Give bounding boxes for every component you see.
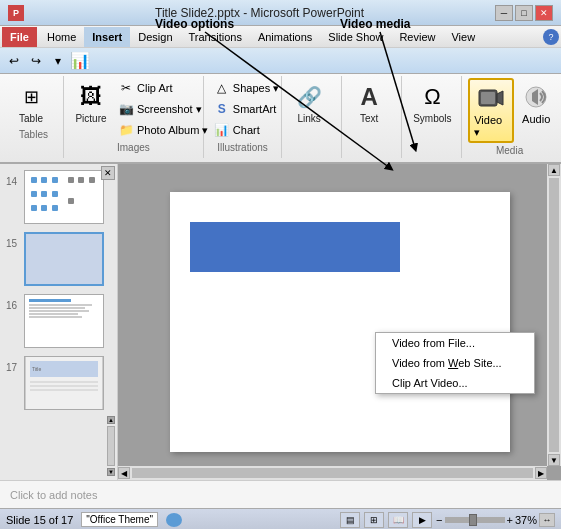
- minimize-btn[interactable]: ─: [495, 5, 513, 21]
- slidesorter-view-btn[interactable]: ⊞: [364, 512, 384, 528]
- horizontal-scrollbar[interactable]: ◀ ▶: [118, 466, 547, 480]
- svg-rect-6: [481, 92, 495, 104]
- tables-group-label: Tables: [10, 129, 57, 140]
- panel-scrollbar[interactable]: ▲ ▼: [107, 416, 115, 476]
- text-icon: A: [353, 81, 385, 113]
- table-label: Table: [19, 113, 43, 124]
- clipart-label: Clip Art: [137, 82, 172, 94]
- file-menu-btn[interactable]: File: [2, 27, 37, 47]
- screenshot-icon: 📷: [118, 101, 134, 117]
- presentation-icon: 📊: [70, 51, 90, 70]
- window-controls: ─ □ ✕: [495, 5, 553, 21]
- ribbon-group-tables: ⊞ Table Tables: [4, 76, 64, 158]
- slide-num-17: 17: [6, 362, 20, 373]
- links-icon: 🔗: [293, 81, 325, 113]
- picture-btn[interactable]: 🖼 Picture: [70, 78, 112, 127]
- theme-icon: [166, 513, 182, 527]
- title-bar: P Title Slide2.pptx - Microsoft PowerPoi…: [0, 0, 561, 26]
- shapes-btn[interactable]: △ Shapes ▾: [210, 78, 283, 98]
- slide-panel: ✕ 14 15: [0, 164, 118, 480]
- clip-art-video-label: Clip Art Video...: [392, 377, 468, 389]
- images-group-label: Images: [70, 142, 197, 153]
- close-btn[interactable]: ✕: [535, 5, 553, 21]
- slide-num-16: 16: [6, 300, 20, 311]
- slide-blue-bar: [190, 222, 400, 272]
- text-label: Text: [360, 113, 378, 124]
- qa-extra-btn[interactable]: ▾: [48, 51, 68, 71]
- zoom-minus-btn[interactable]: −: [436, 514, 442, 526]
- dropdown-item-clipart[interactable]: Clip Art Video...: [376, 373, 534, 393]
- svg-marker-5: [497, 91, 503, 105]
- main-area: ✕ 14 15: [0, 164, 561, 480]
- smartart-btn[interactable]: S SmartArt: [210, 99, 283, 119]
- media-buttons: Video ▾ Audio: [468, 78, 556, 143]
- video-from-file-label: Video from File...: [392, 337, 475, 349]
- zoom-level: 37%: [515, 514, 537, 526]
- symbols-btn[interactable]: Ω Symbols: [408, 78, 456, 127]
- normal-view-btn[interactable]: ▤: [340, 512, 360, 528]
- menu-design[interactable]: Design: [130, 27, 180, 47]
- notes-bar[interactable]: Click to add notes: [0, 480, 561, 508]
- links-btn[interactable]: 🔗 Links: [288, 78, 330, 127]
- photoalbum-btn[interactable]: 📁 Photo Album ▾: [114, 120, 212, 140]
- theme-indicator: "Office Theme": [81, 512, 158, 527]
- smartart-icon: S: [214, 101, 230, 117]
- slide-thumb-15[interactable]: 15: [4, 230, 113, 288]
- dropdown-item-website[interactable]: Video from Web Site...: [376, 353, 534, 373]
- slide-thumb-14[interactable]: 14: [4, 168, 113, 226]
- undo-btn[interactable]: ↩: [4, 51, 24, 71]
- media-group-label: Media: [468, 145, 551, 156]
- ribbon-group-media: Video ▾ Audio Media: [462, 76, 557, 158]
- zoom-thumb: [469, 514, 477, 526]
- redo-btn[interactable]: ↪: [26, 51, 46, 71]
- menu-animations[interactable]: Animations: [250, 27, 320, 47]
- audio-icon: [520, 81, 552, 113]
- clipart-btn[interactable]: ✂ Clip Art: [114, 78, 212, 98]
- restore-btn[interactable]: □: [515, 5, 533, 21]
- menu-slideshow[interactable]: Slide Show: [320, 27, 391, 47]
- fit-window-btn[interactable]: ↔: [539, 513, 555, 527]
- slideshow-view-btn[interactable]: ▶: [412, 512, 432, 528]
- vertical-scrollbar[interactable]: ▲ ▼: [547, 164, 561, 466]
- chart-icon: 📊: [214, 122, 230, 138]
- photoalbum-icon: 📁: [118, 122, 134, 138]
- app-icon: P: [8, 5, 24, 21]
- slide-thumb-16[interactable]: 16: [4, 292, 113, 350]
- menu-transitions[interactable]: Transitions: [181, 27, 250, 47]
- screenshot-label: Screenshot ▾: [137, 103, 202, 116]
- ribbon-group-illustrations: △ Shapes ▾ S SmartArt 📊 Chart Illustrati…: [204, 76, 282, 158]
- notes-placeholder: Click to add notes: [10, 489, 97, 501]
- clipart-icon: ✂: [118, 80, 134, 96]
- menu-home[interactable]: Home: [39, 27, 84, 47]
- audio-btn[interactable]: Audio: [516, 78, 556, 143]
- zoom-slider[interactable]: [445, 517, 505, 523]
- screenshot-btn[interactable]: 📷 Screenshot ▾: [114, 99, 212, 119]
- zoom-plus-btn[interactable]: +: [507, 514, 513, 526]
- chart-btn[interactable]: 📊 Chart: [210, 120, 283, 140]
- quick-access-toolbar: ↩ ↪ ▾ 📊: [0, 48, 561, 74]
- table-btn[interactable]: ⊞ Table: [10, 78, 52, 127]
- menu-bar: File Home Insert Design Transitions Anim…: [0, 26, 561, 48]
- window-title: Title Slide2.pptx - Microsoft PowerPoint: [24, 6, 495, 20]
- slide-thumb-17[interactable]: 17 Title: [4, 354, 113, 412]
- ribbon: ⊞ Table Tables 🖼 Picture ✂ Clip Art: [0, 74, 561, 164]
- audio-label: Audio: [522, 113, 550, 125]
- video-btn[interactable]: Video ▾: [468, 78, 514, 143]
- ribbon-group-images: 🖼 Picture ✂ Clip Art 📷 Screenshot ▾ 📁 Ph…: [64, 76, 204, 158]
- panel-close-btn[interactable]: ✕: [101, 166, 115, 180]
- ribbon-group-symbols: Ω Symbols: [402, 76, 462, 158]
- reading-view-btn[interactable]: 📖: [388, 512, 408, 528]
- video-label: Video ▾: [474, 114, 508, 139]
- video-dropdown-menu: Video from File... Video from Web Site..…: [375, 332, 535, 394]
- slide-num-14: 14: [6, 176, 20, 187]
- dropdown-item-file[interactable]: Video from File...: [376, 333, 534, 353]
- help-icon[interactable]: ?: [543, 29, 559, 45]
- text-btn[interactable]: A Text: [348, 78, 390, 127]
- smartart-label: SmartArt: [233, 103, 276, 115]
- links-label: Links: [298, 113, 321, 124]
- shapes-icon: △: [214, 80, 230, 96]
- status-bar: Slide 15 of 17 "Office Theme" ▤ ⊞ 📖 ▶ − …: [0, 508, 561, 529]
- menu-view[interactable]: View: [443, 27, 483, 47]
- menu-review[interactable]: Review: [391, 27, 443, 47]
- menu-insert[interactable]: Insert: [84, 27, 130, 47]
